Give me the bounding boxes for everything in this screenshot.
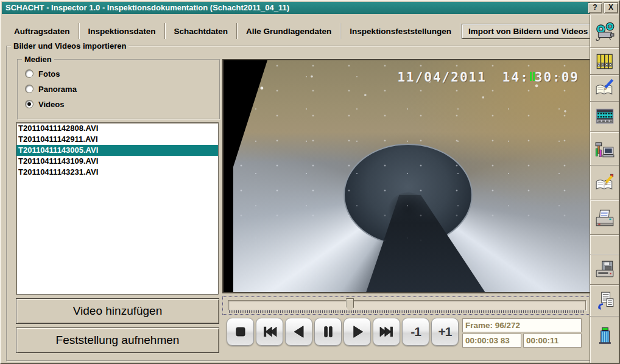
slider-ticks: [229, 310, 585, 313]
medien-group-label: Medien: [22, 55, 54, 64]
printer-icon: [594, 208, 615, 228]
print-button[interactable]: [590, 200, 619, 235]
svg-text:B: B: [601, 63, 604, 66]
tab-schachtdaten[interactable]: Schachtdaten: [166, 24, 236, 39]
video-timestamp-overlay: 11/04/201114:30:09: [397, 70, 579, 85]
tab-auftragsdaten[interactable]: Auftragsdaten: [6, 24, 78, 39]
list-item[interactable]: T20110411143005.AVI: [16, 145, 218, 156]
film-projector-icon: [594, 21, 615, 42]
pause-button[interactable]: [314, 318, 342, 346]
tab-separator: [460, 23, 461, 39]
skip-to-start-icon: [259, 321, 281, 343]
sync-documents-icon: [594, 290, 615, 311]
filmstrip-player-icon: [594, 107, 615, 127]
video-display: 11/04/201114:30:09: [222, 59, 591, 293]
add-video-button[interactable]: Video hinzufügen: [16, 298, 219, 324]
notebook-blue-pencil-icon: [594, 78, 615, 99]
list-item[interactable]: T20110411142911.AVI: [16, 134, 218, 145]
svg-text:A: A: [597, 63, 600, 66]
sync-export-button[interactable]: [590, 285, 619, 317]
plus-one-frame-button[interactable]: +1: [431, 318, 459, 346]
playback-controls: -1 +1: [227, 318, 459, 346]
list-item[interactable]: T20110411143109.AVI: [16, 156, 218, 167]
svg-text:C: C: [605, 63, 608, 66]
tab-alle-grundlagendaten[interactable]: Alle Grundlagendaten: [238, 24, 339, 39]
stop-icon: [230, 321, 252, 343]
radio-panorama[interactable]: Panorama: [26, 84, 77, 94]
pause-indicator-icon: [530, 72, 535, 81]
step-backward-button[interactable]: [285, 318, 312, 346]
stop-button[interactable]: [227, 318, 254, 346]
skip-to-start-button[interactable]: [256, 318, 283, 346]
toolbar-spacer: [590, 235, 619, 254]
skip-to-end-button[interactable]: [373, 318, 400, 346]
app-window: SCHACHT - Inspector 1.0 - Inspektionsdok…: [0, 0, 620, 364]
radio-circle[interactable]: [26, 100, 33, 108]
video-position-slider[interactable]: [222, 296, 591, 315]
current-time: 00:00:03 83: [462, 334, 521, 348]
list-item[interactable]: T20110411142808.AVI: [16, 123, 218, 134]
frame-counter: Frame: 96/272: [462, 318, 582, 332]
minus-one-frame-button[interactable]: -1: [402, 318, 429, 346]
sewer-pipe-video-frame: 11/04/201114:30:09: [233, 60, 590, 292]
play-icon: [347, 321, 368, 343]
frame-info-panel: Frame: 96/272 00:00:03 83 00:00:11: [462, 318, 582, 348]
skip-to-end-icon: [376, 321, 398, 343]
archive-books-button[interactable]: A B C D: [590, 48, 619, 75]
radio-circle[interactable]: [26, 85, 33, 93]
tab-separator: [79, 23, 80, 39]
side-toolbar: A B C D: [590, 15, 619, 363]
step-backward-icon: [288, 321, 310, 343]
help-button[interactable]: ?: [588, 2, 602, 13]
title-bar: SCHACHT - Inspector 1.0 - Inspektionsdok…: [2, 2, 590, 14]
save-data-button[interactable]: [590, 254, 619, 285]
medien-groupbox: Medien Fotos Panorama Videos: [17, 59, 220, 120]
list-item[interactable]: T20110411143231.AVI: [16, 167, 218, 178]
book-yellow-pencil-icon: [594, 173, 615, 194]
radio-videos[interactable]: Videos: [26, 99, 64, 109]
tab-inspektionsdaten[interactable]: Inspektionsdaten: [80, 24, 164, 39]
radio-fotos[interactable]: Fotos: [26, 69, 60, 79]
radio-circle[interactable]: [26, 70, 33, 77]
tab-inspektionsfeststellungen[interactable]: Inspektionsfeststellungen: [342, 24, 459, 39]
tab-separator: [164, 23, 166, 39]
save-drive-icon: [594, 259, 615, 280]
exit-door-icon: [594, 325, 615, 346]
window-title: SCHACHT - Inspector 1.0 - Inspektionsdok…: [5, 3, 289, 12]
video-file-list[interactable]: T20110411142808.AVI T20110411142911.AVI …: [16, 122, 219, 295]
import-group-label: Bilder und Videos importieren: [11, 41, 129, 51]
svg-text:D: D: [609, 63, 611, 66]
close-button[interactable]: X: [604, 2, 618, 13]
tools-computer-icon: [594, 139, 615, 159]
film-projector-button[interactable]: [590, 15, 619, 48]
total-time: 00:00:11: [523, 334, 582, 348]
slider-track[interactable]: [228, 300, 586, 310]
tab-bar: Auftragsdaten Inspektionsdaten Schachtda…: [6, 22, 597, 40]
record-finding-button[interactable]: Feststellung aufnehmen: [16, 327, 219, 353]
play-button[interactable]: [343, 318, 371, 346]
video-editor-button[interactable]: [590, 102, 619, 132]
setup-tools-button[interactable]: [590, 132, 619, 166]
tab-separator: [236, 23, 238, 39]
books-abcd-icon: A B C D: [594, 51, 615, 72]
write-report-button[interactable]: [590, 166, 619, 200]
tab-import-bilder-videos[interactable]: Import von Bildern und Videos: [462, 24, 594, 39]
pause-icon: [317, 321, 339, 343]
exit-button[interactable]: [590, 317, 619, 363]
tab-separator: [340, 23, 341, 39]
edit-notes-button[interactable]: [590, 75, 619, 102]
